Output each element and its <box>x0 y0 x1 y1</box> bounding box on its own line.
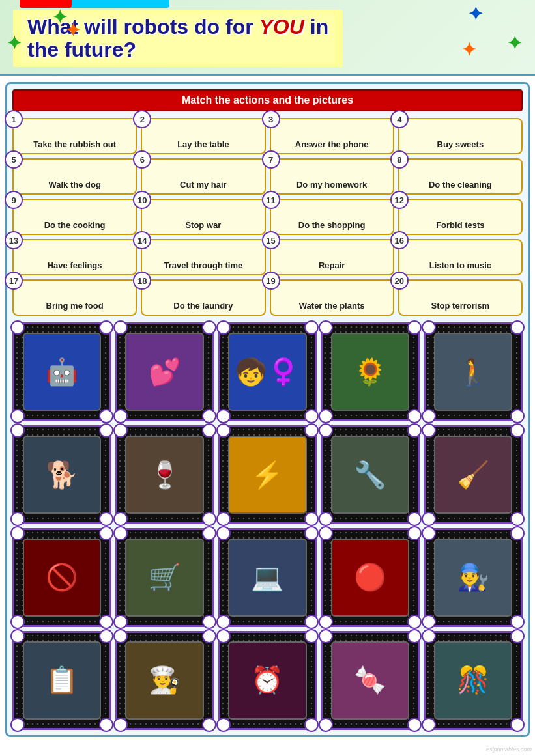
picture-corner-bl-H <box>216 512 231 526</box>
picture-icon-D: 🌻 <box>354 357 386 387</box>
picture-corner-bl-T <box>422 718 436 732</box>
picture-corner-br-M <box>304 615 319 629</box>
picture-icon-A: 🤖 <box>46 357 78 387</box>
action-number-17: 17 <box>5 272 23 290</box>
picture-corner-br-R <box>304 718 319 732</box>
action-text-1: Take the rubbish out <box>19 139 130 150</box>
action-number-1: 1 <box>5 110 23 128</box>
picture-corner-br-I <box>407 512 422 526</box>
picture-corner-br-F <box>99 512 113 526</box>
picture-corner-bl-B <box>113 409 128 423</box>
picture-inner-F: 🐕 <box>23 436 101 514</box>
picture-inner-H: ⚡ <box>228 436 306 514</box>
picture-card-A: 🤖 <box>12 322 111 421</box>
picture-icon-J: 🧹 <box>457 460 489 490</box>
star-decoration-2: ✦ <box>65 20 80 41</box>
action-text-19: Water the plants <box>276 301 388 311</box>
picture-corner-br-P <box>99 718 113 732</box>
picture-corner-tl-T <box>422 629 436 643</box>
picture-icon-B: 💕 <box>149 357 181 387</box>
picture-corner-tr-E <box>510 320 525 335</box>
picture-card-L: 🛒 <box>115 528 214 627</box>
picture-inner-N: 🔴 <box>331 539 409 617</box>
picture-corner-bl-F <box>10 512 25 526</box>
action-text-5: Walk the dog <box>19 180 130 190</box>
picture-corner-bl-E <box>422 409 436 423</box>
picture-corner-tr-K <box>99 526 113 540</box>
picture-corner-tr-F <box>99 423 113 438</box>
picture-corner-tl-O <box>422 526 436 540</box>
action-number-9: 9 <box>5 191 23 209</box>
picture-corner-tr-S <box>407 629 422 643</box>
picture-inner-E: 🚶 <box>434 333 512 411</box>
picture-corner-br-H <box>304 512 319 526</box>
picture-corner-br-D <box>407 409 422 423</box>
picture-corner-tr-O <box>510 526 525 540</box>
picture-card-M: 💻 <box>218 528 317 627</box>
picture-card-O: 👨‍🔧 <box>424 528 523 627</box>
picture-icon-I: 🔧 <box>354 460 386 490</box>
action-item-17: 17Bring me food <box>12 279 137 316</box>
picture-icon-S: 🍬 <box>354 665 386 695</box>
action-item-11: 11Do the shopping <box>270 199 394 235</box>
picture-corner-br-J <box>510 512 525 526</box>
picture-corner-tl-D <box>319 320 333 335</box>
picture-card-Q: 👨‍🍳 <box>115 631 214 730</box>
picture-card-K: 🚫 <box>12 528 111 627</box>
picture-corner-tl-J <box>422 423 436 438</box>
instruction-bar: Match the actions and the pictures <box>12 89 523 111</box>
action-text-9: Do the cooking <box>19 220 130 231</box>
action-number-6: 6 <box>133 150 151 169</box>
picture-inner-D: 🌻 <box>331 333 409 411</box>
action-item-7: 7Do my homework <box>270 158 394 195</box>
picture-corner-tr-Q <box>202 629 216 643</box>
action-item-5: 5Walk the dog <box>12 158 137 195</box>
action-item-14: 14Travel through time <box>141 239 265 275</box>
picture-card-T: 🎊 <box>424 631 523 730</box>
picture-corner-bl-C <box>216 409 231 423</box>
picture-corner-bl-D <box>319 409 333 423</box>
star-decoration-5: ✦ <box>507 33 522 54</box>
action-text-18: Do the laundry <box>147 301 259 311</box>
header: ✦ ✦ ✦ ✦ ✦ ✦ What will robots do for YOU … <box>0 0 535 76</box>
action-number-7: 7 <box>262 150 280 169</box>
picture-corner-tl-K <box>10 526 25 540</box>
picture-corner-tl-R <box>216 629 231 643</box>
picture-card-H: ⚡ <box>218 425 317 524</box>
action-item-20: 20Stop terrorism <box>398 279 523 316</box>
picture-corner-tl-A <box>10 320 25 335</box>
picture-corner-tr-T <box>510 629 525 643</box>
picture-corner-tl-S <box>319 629 333 643</box>
action-number-11: 11 <box>262 191 280 209</box>
picture-icon-P: 📋 <box>46 665 78 695</box>
picture-icon-H: ⚡ <box>251 460 283 490</box>
picture-corner-tl-C <box>216 320 231 335</box>
picture-card-R: ⏰ <box>218 631 317 730</box>
action-item-16: 16Listen to music <box>398 239 523 275</box>
action-item-15: 15Repair <box>270 239 394 275</box>
picture-corner-tl-I <box>319 423 333 438</box>
picture-corner-br-E <box>510 409 525 423</box>
action-item-19: 19Water the plants <box>270 279 394 316</box>
action-text-16: Listen to music <box>405 260 516 271</box>
picture-corner-tl-P <box>10 629 25 643</box>
action-number-20: 20 <box>390 272 409 290</box>
picture-inner-R: ⏰ <box>228 641 306 720</box>
picture-card-D: 🌻 <box>321 322 420 421</box>
action-item-13: 13Have feelings <box>12 239 137 275</box>
picture-corner-tr-A <box>99 320 113 335</box>
picture-corner-tr-N <box>407 526 422 540</box>
picture-corner-bl-G <box>113 512 128 526</box>
picture-icon-C: 🧒‍♀️ <box>235 357 300 387</box>
watermark: eslprintables.com <box>486 746 532 753</box>
picture-corner-bl-L <box>113 615 128 629</box>
pictures-section: 🤖💕🧒‍♀️🌻🚶🐕🍷⚡🔧🧹🚫🛒💻🔴👨‍🔧📋👨‍🍳⏰🍬🎊 <box>12 322 523 729</box>
star-decoration-6: ✦ <box>461 39 476 61</box>
picture-card-C: 🧒‍♀️ <box>218 322 317 421</box>
picture-inner-O: 👨‍🔧 <box>434 539 512 617</box>
picture-card-F: 🐕 <box>12 425 111 524</box>
action-number-14: 14 <box>133 231 151 249</box>
picture-inner-S: 🍬 <box>331 641 409 720</box>
instruction-text: Match the actions and the pictures <box>182 94 353 105</box>
picture-corner-bl-Q <box>113 718 128 732</box>
